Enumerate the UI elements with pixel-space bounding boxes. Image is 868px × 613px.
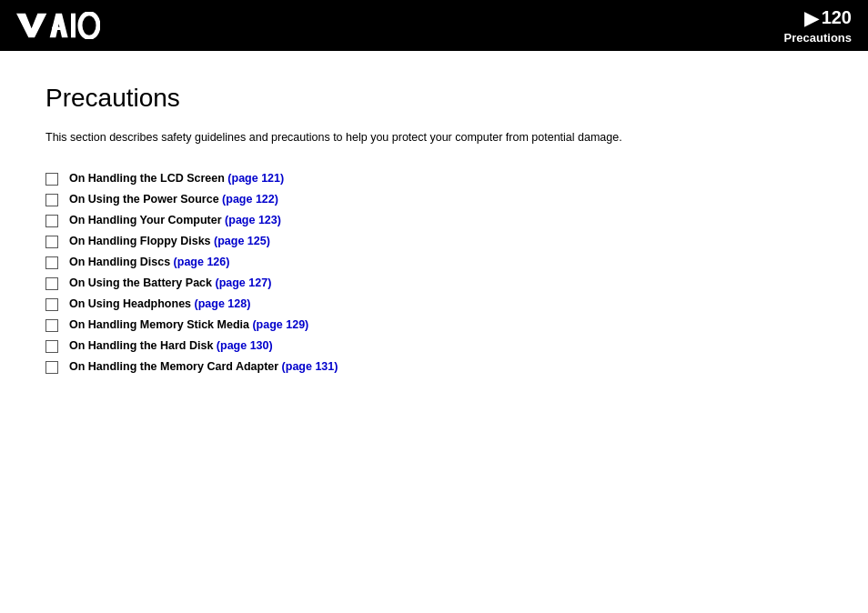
checkbox-icon xyxy=(45,215,58,227)
list-item: On Using Headphones (page 128) xyxy=(45,297,823,311)
toc-link-0[interactable]: (page 121) xyxy=(227,172,284,185)
header-page-number: ▶ 120 xyxy=(784,7,852,29)
list-item: On Handling the Memory Card Adapter (pag… xyxy=(45,360,823,374)
checkbox-icon xyxy=(45,340,58,353)
toc-item-label: On Handling the Memory Card Adapter (pag… xyxy=(69,360,338,373)
list-item: On Handling the Hard Disk (page 130) xyxy=(45,339,823,353)
checkbox-icon xyxy=(45,298,58,311)
main-content: Precautions This section describes safet… xyxy=(0,51,868,408)
svg-rect-3 xyxy=(71,14,76,38)
checkbox-icon xyxy=(45,173,58,186)
checkbox-icon xyxy=(45,361,58,374)
svg-marker-1 xyxy=(50,14,68,38)
page-number-text: 120 xyxy=(822,7,852,28)
checkbox-icon xyxy=(45,236,58,248)
svg-marker-0 xyxy=(16,14,46,38)
vaio-logo xyxy=(16,12,100,39)
toc-link-1[interactable]: (page 122) xyxy=(222,193,278,206)
list-item: On Handling Discs (page 126) xyxy=(45,256,823,269)
toc-item-label: On Handling Floppy Disks (page 125) xyxy=(69,235,270,247)
svg-point-4 xyxy=(80,14,98,38)
toc-link-5[interactable]: (page 127) xyxy=(215,276,271,289)
toc-link-8[interactable]: (page 130) xyxy=(217,339,273,352)
checkbox-icon xyxy=(45,194,58,206)
vaio-logo-svg xyxy=(16,12,100,39)
toc-link-4[interactable]: (page 126) xyxy=(174,256,230,268)
toc-item-label: On Handling Your Computer (page 123) xyxy=(69,214,281,226)
toc-link-2[interactable]: (page 123) xyxy=(225,214,281,226)
checkbox-icon xyxy=(45,256,58,269)
toc-item-label: On Handling the LCD Screen (page 121) xyxy=(69,172,284,185)
header: ▶ 120 Precautions xyxy=(0,0,868,51)
header-section-title: Precautions xyxy=(784,31,852,45)
toc-link-7[interactable]: (page 129) xyxy=(252,318,308,331)
toc-link-3[interactable]: (page 125) xyxy=(214,235,270,247)
toc-link-6[interactable]: (page 128) xyxy=(195,297,251,310)
checkbox-icon xyxy=(45,319,58,332)
header-arrow: ▶ xyxy=(804,7,818,29)
toc-item-label: On Handling the Hard Disk (page 130) xyxy=(69,339,273,352)
list-item: On Handling Memory Stick Media (page 129… xyxy=(45,318,823,332)
intro-paragraph: This section describes safety guidelines… xyxy=(45,129,823,146)
toc-item-label: On Using the Battery Pack (page 127) xyxy=(69,276,271,289)
page-title: Precautions xyxy=(45,84,823,113)
list-item: On Using the Power Source (page 122) xyxy=(45,193,823,206)
toc-link-9[interactable]: (page 131) xyxy=(282,360,338,373)
list-item: On Using the Battery Pack (page 127) xyxy=(45,276,823,290)
list-item: On Handling Floppy Disks (page 125) xyxy=(45,235,823,248)
svg-rect-2 xyxy=(52,27,63,30)
toc-item-label: On Handling Discs (page 126) xyxy=(69,256,229,268)
checkbox-icon xyxy=(45,277,58,290)
toc-item-label: On Handling Memory Stick Media (page 129… xyxy=(69,318,308,331)
toc-list: On Handling the LCD Screen (page 121)On … xyxy=(45,172,823,374)
toc-item-label: On Using the Power Source (page 122) xyxy=(69,193,278,206)
header-right: ▶ 120 Precautions xyxy=(784,7,852,45)
list-item: On Handling Your Computer (page 123) xyxy=(45,214,823,227)
list-item: On Handling the LCD Screen (page 121) xyxy=(45,172,823,186)
toc-item-label: On Using Headphones (page 128) xyxy=(69,297,250,310)
